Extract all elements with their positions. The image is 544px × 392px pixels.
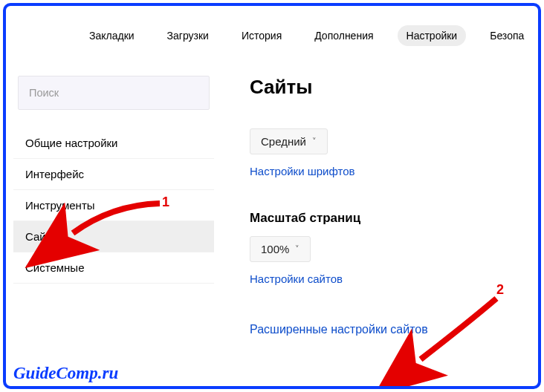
font-size-select[interactable]: Средний ˅ (250, 128, 328, 154)
advanced-sites-link[interactable]: Расширенные настройки сайтов (250, 323, 428, 336)
sidebar-search-input[interactable] (29, 87, 198, 99)
sidebar-search[interactable] (18, 76, 210, 110)
annotation-number-2: 2 (496, 282, 504, 298)
chevron-down-icon: ˅ (295, 244, 299, 254)
sidebar-item-tools[interactable]: Инструменты (13, 190, 214, 221)
tab-settings[interactable]: Настройки (398, 25, 467, 46)
watermark: GuideComp.ru (13, 364, 118, 383)
tab-security[interactable]: Безопа (481, 25, 533, 46)
zoom-section-title: Масштаб страниц (250, 211, 538, 226)
tab-downloads[interactable]: Загрузки (158, 25, 218, 46)
annotation-number-1: 1 (162, 195, 169, 210)
top-tab-bar: Закладки Загрузки История Дополнения Нас… (80, 25, 538, 46)
tab-bookmarks[interactable]: Закладки (80, 25, 143, 46)
sidebar-item-general[interactable]: Общие настройки (13, 128, 214, 159)
zoom-select[interactable]: 100% ˅ (250, 236, 311, 262)
settings-main: Сайты Средний ˅ Настройки шрифтов Масшта… (236, 76, 538, 386)
chevron-down-icon: ˅ (312, 137, 317, 146)
tab-addons[interactable]: Дополнения (305, 25, 382, 46)
zoom-value: 100% (261, 243, 289, 255)
page-title: Сайты (250, 76, 538, 99)
sidebar-item-system[interactable]: Системные (13, 252, 214, 284)
settings-sidebar: Общие настройки Интерфейс Инструменты Са… (13, 76, 214, 284)
sidebar-item-interface[interactable]: Интерфейс (13, 159, 214, 190)
font-settings-link[interactable]: Настройки шрифтов (250, 165, 355, 177)
sites-settings-link[interactable]: Настройки сайтов (250, 272, 343, 285)
tab-history[interactable]: История (233, 25, 291, 46)
sidebar-item-sites[interactable]: Сайты (13, 221, 214, 252)
font-size-value: Средний (261, 135, 306, 148)
